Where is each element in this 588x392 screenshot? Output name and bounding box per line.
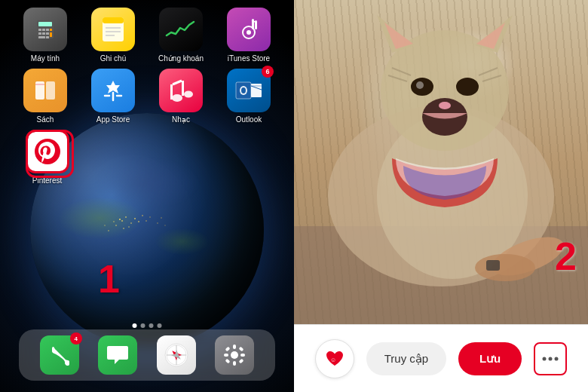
step-2-label: 2 — [555, 234, 577, 279]
luu-button[interactable]: Lưu — [458, 342, 522, 375]
dot-1 — [133, 323, 137, 328]
svg-point-18 — [247, 30, 251, 35]
svg-rect-52 — [239, 358, 244, 363]
dock: 4 — [19, 329, 275, 381]
app-row-1: Máy tính Ghi chú — [11, 8, 283, 63]
svg-rect-34 — [251, 84, 262, 97]
svg-rect-5 — [50, 29, 52, 31]
app-item-notes[interactable]: Ghi chú — [85, 8, 142, 63]
svg-rect-46 — [233, 361, 236, 366]
svg-rect-45 — [233, 345, 236, 349]
svg-rect-2 — [38, 29, 41, 31]
svg-point-67 — [416, 81, 424, 89]
safari-svg — [164, 342, 189, 368]
dot-2 — [141, 323, 145, 328]
svg-point-69 — [439, 102, 451, 109]
appstore-svg — [99, 76, 127, 105]
svg-rect-10 — [38, 36, 45, 38]
app-row-3: Pinterest — [11, 130, 283, 185]
app-item-pinterest[interactable]: Pinterest — [19, 130, 75, 185]
app-item-itunes[interactable]: iTunes Store — [221, 8, 277, 63]
messages-svg — [106, 343, 130, 367]
svg-point-66 — [456, 78, 479, 96]
outlook-label: Outlook — [236, 115, 262, 124]
app-item-appstore[interactable]: App Store — [85, 69, 142, 124]
svg-rect-48 — [240, 354, 245, 357]
svg-rect-11 — [46, 36, 49, 38]
dot-4 — [158, 323, 162, 328]
svg-rect-13 — [103, 17, 124, 23]
outlook-svg — [234, 78, 263, 103]
svg-rect-50 — [239, 346, 244, 351]
phone-dock-icon[interactable]: 4 — [40, 335, 79, 375]
heart-icon: ☺ — [325, 350, 345, 368]
cat-illustration — [294, 0, 588, 324]
svg-point-44 — [231, 351, 238, 359]
dock-item-messages[interactable] — [96, 335, 139, 375]
books-icon[interactable] — [23, 69, 67, 112]
appstore-icon[interactable] — [91, 69, 135, 112]
music-svg — [168, 77, 194, 104]
truy-cap-button[interactable]: Truy cập — [366, 342, 446, 375]
itunes-icon[interactable] — [227, 8, 271, 51]
svg-rect-9 — [50, 32, 52, 37]
svg-point-75 — [549, 357, 553, 360]
app-item-stocks[interactable]: Chứng khoán — [153, 8, 210, 63]
svg-point-26 — [184, 91, 193, 98]
messages-dock-icon[interactable] — [98, 335, 137, 375]
phone-svg — [48, 344, 71, 366]
dock-item-settings[interactable] — [213, 335, 256, 375]
calculator-svg — [33, 17, 57, 41]
notes-svg — [100, 16, 127, 43]
right-panel: 2 ☺ Truy cập Lưu — [294, 0, 588, 392]
svg-rect-23 — [46, 81, 55, 100]
svg-line-29 — [173, 81, 182, 84]
app-item-outlook[interactable]: 6 Outlook — [221, 69, 277, 124]
pinterest-icon[interactable] — [26, 130, 69, 173]
stocks-icon[interactable] — [159, 8, 203, 51]
svg-text:☺: ☺ — [330, 357, 336, 363]
calculator-label: Máy tính — [31, 54, 60, 63]
outlook-icon[interactable]: 6 — [227, 69, 271, 112]
notes-icon[interactable] — [91, 8, 135, 51]
music-icon[interactable] — [159, 69, 203, 112]
app-grid: Máy tính Ghi chú — [0, 8, 294, 191]
appstore-label: App Store — [96, 115, 130, 124]
calculator-icon[interactable] — [23, 8, 67, 51]
dock-item-phone[interactable]: 4 — [38, 335, 81, 375]
step-1-label: 1 — [98, 256, 120, 302]
app-item-music[interactable]: Nhạc — [153, 69, 210, 124]
dock-item-safari[interactable] — [155, 335, 198, 375]
phone-badge: 4 — [70, 332, 82, 345]
svg-point-76 — [555, 357, 559, 360]
svg-rect-27 — [182, 81, 184, 96]
svg-rect-20 — [255, 20, 257, 29]
more-button[interactable] — [534, 342, 567, 375]
svg-point-33 — [241, 87, 246, 93]
settings-dock-icon[interactable] — [215, 335, 254, 375]
action-bar: ☺ Truy cập Lưu — [294, 324, 588, 392]
svg-rect-1 — [38, 22, 52, 26]
app-item-calculator[interactable]: Máy tính — [17, 8, 74, 63]
heart-button[interactable]: ☺ — [315, 339, 354, 378]
pinterest-highlight-border — [26, 130, 74, 178]
svg-rect-49 — [225, 346, 231, 351]
itunes-label: iTunes Store — [228, 54, 270, 63]
svg-rect-51 — [225, 358, 231, 363]
page-dots — [133, 323, 162, 328]
svg-rect-4 — [46, 29, 49, 31]
more-dots-icon — [542, 357, 559, 361]
books-svg — [31, 77, 60, 104]
app-item-books[interactable]: Sách — [17, 69, 74, 124]
svg-rect-72 — [486, 260, 500, 271]
app-row-2: Sách App Store — [11, 69, 283, 124]
notes-label: Ghi chú — [100, 54, 126, 63]
stocks-label: Chứng khoán — [158, 54, 204, 63]
cat-photo: 2 — [294, 0, 588, 324]
svg-point-74 — [543, 357, 547, 360]
safari-dock-icon[interactable] — [157, 335, 196, 375]
svg-point-71 — [475, 254, 535, 281]
svg-rect-3 — [42, 29, 45, 31]
settings-svg — [222, 343, 247, 367]
itunes-svg — [235, 16, 262, 43]
